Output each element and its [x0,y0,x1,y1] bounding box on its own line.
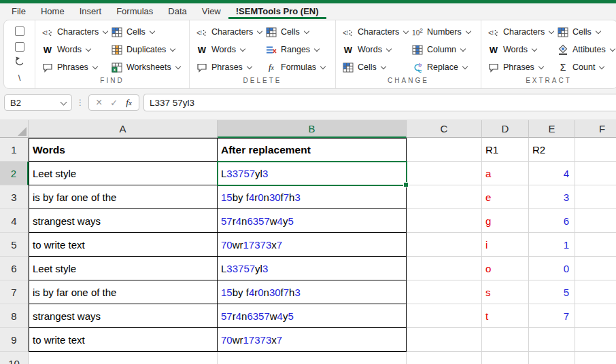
cell-B5[interactable]: 70 wr173 73x7 [218,233,407,257]
change-cells-button[interactable]: Cells [342,59,411,75]
cell-A4[interactable]: strangest ways [29,209,218,233]
cell-D9[interactable] [482,328,529,352]
extract-cells-button[interactable]: Cells [557,24,616,40]
backslash-button[interactable]: \ [18,73,21,83]
find-cells-button[interactable]: Cells [111,24,189,40]
checkbox-icon[interactable] [15,42,24,52]
cell-D6[interactable]: o [482,257,529,280]
tab-home[interactable]: Home [33,3,72,19]
col-header-E[interactable]: E [529,120,575,138]
cell-B6[interactable]: L337 57yl3 [218,257,407,280]
delete-words-button[interactable]: WWords [196,41,265,58]
row-header-5[interactable]: 5 [0,233,29,257]
tab-semtools-pro-en[interactable]: !SEMTools Pro (EN) [228,3,326,19]
col-header-F[interactable]: F [575,120,616,138]
row-header-7[interactable]: 7 [0,280,29,304]
cell-B10[interactable] [218,352,407,364]
cell-C9[interactable] [407,328,482,352]
cell-C8[interactable] [407,304,482,328]
cell-D4[interactable]: g [482,209,529,233]
cell-A10[interactable] [29,352,218,364]
delete-characters-button[interactable]: <!Characters [196,24,265,40]
cell-F9[interactable] [575,328,616,352]
cell-E10[interactable] [529,352,575,364]
delete-ranges-button[interactable]: Ranges [265,41,335,58]
extract-phrases-button[interactable]: Phrases [487,59,557,75]
cell-E3[interactable]: 3 [529,185,575,209]
cell-C4[interactable] [407,209,482,233]
extract-count-button[interactable]: ΣCount [557,59,616,75]
col-header-D[interactable]: D [482,120,529,138]
cell-A7[interactable]: is by far one of the [29,280,218,304]
row-header-6[interactable]: 6 [0,257,29,280]
col-header-C[interactable]: C [407,120,482,138]
cell-F1[interactable] [575,138,616,162]
select-all-button[interactable] [0,120,29,138]
change-replace-button[interactable]: bcReplace [411,59,481,75]
cell-F5[interactable] [575,233,616,257]
cell-F2[interactable] [575,162,616,185]
cell-E1[interactable]: R2 [529,138,575,162]
cell-C6[interactable] [407,257,482,280]
cell-D10[interactable] [482,352,529,364]
extract-characters-button[interactable]: <!Characters [487,24,557,40]
undo-icon[interactable] [14,56,26,69]
cell-C1[interactable] [407,138,482,162]
cell-B8[interactable]: 57r4n6357 w4y5 [218,304,407,328]
find-phrases-button[interactable]: Phrases [41,59,111,75]
fill-handle[interactable] [403,182,409,187]
cell-C5[interactable] [407,233,482,257]
cell-A3[interactable]: is by far one of the [29,185,218,209]
find-duplicates-button[interactable]: Duplicates [111,41,189,58]
cell-B9[interactable]: 70 wr173 73x7 [218,328,407,352]
tab-file[interactable]: File [4,3,33,19]
cell-F3[interactable] [575,185,616,209]
cell-E9[interactable] [529,328,575,352]
cell-C10[interactable] [407,352,482,364]
cell-F6[interactable] [575,257,616,280]
cell-E6[interactable]: 0 [529,257,575,280]
row-header-8[interactable]: 8 [0,304,29,328]
row-header-3[interactable]: 3 [0,185,29,209]
cell-E5[interactable]: 1 [529,233,575,257]
row-header-1[interactable]: 1 [0,138,29,162]
formula-input[interactable]: L337 57yl3 [143,94,616,111]
checkbox-icon[interactable] [15,26,24,36]
insert-function-icon[interactable]: fx [126,97,132,108]
cell-D2[interactable]: a [482,162,529,185]
cancel-icon[interactable]: × [96,97,102,108]
tab-data[interactable]: Data [160,3,194,19]
extract-attibutes-button[interactable]: Attibutes [557,41,616,58]
delete-phrases-button[interactable]: Phrases [196,59,265,75]
change-words-button[interactable]: WWords [342,41,411,58]
cell-B1[interactable]: After replacement [218,138,407,162]
change-characters-button[interactable]: <!Characters [342,24,411,40]
cell-B2[interactable]: L337 57yl3 [218,162,407,185]
cell-B7[interactable]: 15 by f4r 0n3 0f 7h3 [218,280,407,304]
change-column-button[interactable]: Column [411,41,481,58]
row-header-9[interactable]: 9 [0,328,29,352]
cell-F8[interactable] [575,304,616,328]
cell-E7[interactable]: 5 [529,280,575,304]
cell-E2[interactable]: 4 [529,162,575,185]
cell-F4[interactable] [575,209,616,233]
tab-view[interactable]: View [194,3,228,19]
enter-check-icon[interactable]: ✓ [110,98,118,108]
find-words-button[interactable]: WWords [41,41,111,58]
cell-C3[interactable] [407,185,482,209]
name-box[interactable]: B2 [4,94,72,111]
find-worksheets-button[interactable]: xWorksheets [111,59,189,75]
cell-E4[interactable]: 6 [529,209,575,233]
delete-cells-button[interactable]: Cells [265,24,335,40]
col-header-A[interactable]: A [29,120,218,138]
tab-insert[interactable]: Insert [72,3,109,19]
cell-D3[interactable]: e [482,185,529,209]
find-characters-button[interactable]: <!Characters [41,24,111,40]
cell-A1[interactable]: Words [29,138,218,162]
cell-A6[interactable]: Leet style [29,257,218,280]
extract-words-button[interactable]: WWords [487,41,557,58]
tab-formulas[interactable]: Formulas [109,3,160,19]
cell-D8[interactable]: t [482,304,529,328]
cell-A2[interactable]: Leet style [29,162,218,185]
row-header-4[interactable]: 4 [0,209,29,233]
